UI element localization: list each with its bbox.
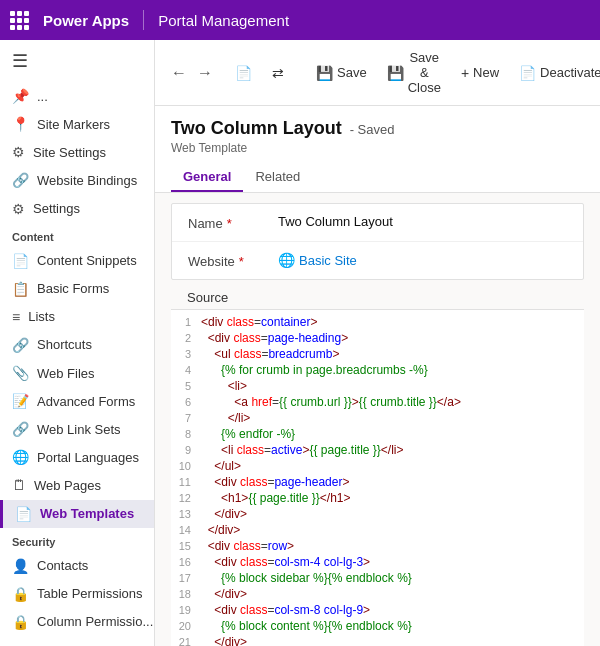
line-content: <div class=col-sm-8 col-lg-9> [201, 603, 584, 617]
tab-related[interactable]: Related [243, 163, 312, 192]
save-label: Save [337, 65, 367, 80]
lists-icon: ≡ [12, 309, 20, 325]
sidebar-item-website-bindings[interactable]: 🔗 Website Bindings [0, 166, 154, 194]
line-number: 18 [171, 587, 201, 600]
code-line: 12 <h1>{{ page.title }}</h1> [171, 490, 584, 506]
save-button[interactable]: 💾 Save [308, 61, 375, 85]
line-content: <a href={{ crumb.url }}>{{ crumb.title }… [201, 395, 584, 409]
save-close-button[interactable]: 💾 Save & Close [379, 46, 449, 99]
line-number: 11 [171, 475, 201, 488]
website-field: Website* 🌐 Basic Site [172, 242, 583, 279]
back-button[interactable]: ← [167, 62, 191, 84]
doc-button[interactable]: 📄 [227, 61, 260, 85]
sidebar-item-table-permissions[interactable]: 🔒 Table Permissions [0, 580, 154, 608]
nav-buttons: ← → [167, 62, 217, 84]
code-line: 10 </ul> [171, 458, 584, 474]
sidebar-item-label: Lists [28, 309, 55, 324]
line-content: <h1>{{ page.title }}</h1> [201, 491, 584, 505]
website-required: * [239, 254, 244, 269]
sidebar-item-label: Web Link Sets [37, 422, 121, 437]
sidebar-item-label: Web Pages [34, 478, 101, 493]
sidebar-item-content-snippets[interactable]: 📄 Content Snippets [0, 247, 154, 275]
sidebar-item-advanced-forms[interactable]: 📝 Advanced Forms [0, 387, 154, 415]
sidebar-item-portal-languages[interactable]: 🌐 Portal Languages [0, 443, 154, 471]
page-title-row: Two Column Layout - Saved [171, 118, 584, 139]
code-line: 11 <div class=page-header> [171, 474, 584, 490]
name-field: Name* Two Column Layout [172, 204, 583, 242]
source-label: Source [171, 280, 584, 309]
website-label: Website* [188, 252, 278, 269]
security-section-label: Security [0, 528, 154, 552]
code-line: 20 {% block content %}{% endblock %} [171, 618, 584, 634]
code-line: 15 <div class=row> [171, 538, 584, 554]
deactivate-label: Deactivate [540, 65, 600, 80]
line-number: 13 [171, 507, 201, 520]
line-content: <li class=active>{{ page.title }}</li> [201, 443, 584, 457]
web-pages-icon: 🗒 [12, 477, 26, 493]
web-templates-icon: 📄 [15, 506, 32, 522]
sidebar-item-settings[interactable]: ⚙ Settings [0, 194, 154, 222]
new-button[interactable]: + New [453, 61, 507, 85]
code-line: 16 <div class=col-sm-4 col-lg-3> [171, 554, 584, 570]
line-number: 16 [171, 555, 201, 568]
code-line: 2 <div class=page-heading> [171, 330, 584, 346]
sidebar-item-web-files[interactable]: 📎 Web Files [0, 359, 154, 387]
content-snippets-icon: 📄 [12, 253, 29, 269]
sidebar-item-stub[interactable]: 📌 ... [0, 82, 154, 110]
topbar: Power Apps Portal Management [0, 0, 600, 40]
module-name: Portal Management [158, 12, 289, 29]
sidebar-item-contacts[interactable]: 👤 Contacts [0, 552, 154, 580]
new-label: New [473, 65, 499, 80]
sidebar-item-web-pages[interactable]: 🗒 Web Pages [0, 471, 154, 499]
sidebar-item-shortcuts[interactable]: 🔗 Shortcuts [0, 331, 154, 359]
save-close-icon: 💾 [387, 65, 404, 81]
line-content: {% block sidebar %}{% endblock %} [201, 571, 584, 585]
contacts-icon: 👤 [12, 558, 29, 574]
code-line: 1<div class=container> [171, 314, 584, 330]
sidebar-item-web-link-sets[interactable]: 🔗 Web Link Sets [0, 415, 154, 443]
sidebar-item-label: Contacts [37, 558, 88, 573]
content-area: ← → 📄 ⇄ 💾 Save 💾 Save & Close + New [155, 40, 600, 646]
arrows-button[interactable]: ⇄ [264, 61, 292, 85]
sidebar-item-basic-forms[interactable]: 📋 Basic Forms [0, 275, 154, 303]
site-markers-icon: 📍 [12, 116, 29, 132]
line-number: 14 [171, 523, 201, 536]
tab-general[interactable]: General [171, 163, 243, 192]
sidebar-item-column-permissions[interactable]: 🔒 Column Permissio... [0, 608, 154, 636]
save-close-label: Save & Close [408, 50, 441, 95]
sidebar-item-lists[interactable]: ≡ Lists [0, 303, 154, 331]
line-number: 8 [171, 427, 201, 440]
hamburger-menu[interactable]: ☰ [0, 40, 154, 82]
line-content: <div class=page-heading> [201, 331, 584, 345]
sidebar: ☰ 📌 ... 📍 Site Markers ⚙ Site Settings 🔗… [0, 40, 155, 646]
name-required: * [227, 216, 232, 231]
sidebar-item-label: Web Templates [40, 506, 134, 521]
deactivate-icon: 📄 [519, 65, 536, 81]
line-number: 3 [171, 347, 201, 360]
code-line: 4 {% for crumb in page.breadcrumbs -%} [171, 362, 584, 378]
line-number: 15 [171, 539, 201, 552]
sidebar-item-site-settings[interactable]: ⚙ Site Settings [0, 138, 154, 166]
column-permissions-icon: 🔒 [12, 614, 29, 630]
code-line: 17 {% block sidebar %}{% endblock %} [171, 570, 584, 586]
sidebar-item-label: Table Permissions [37, 586, 143, 601]
line-content: <div class=page-header> [201, 475, 584, 489]
sidebar-item-label: Site Settings [33, 145, 106, 160]
code-editor[interactable]: 1<div class=container>2 <div class=page-… [171, 309, 584, 646]
forward-button[interactable]: → [193, 62, 217, 84]
sidebar-item-label: Shortcuts [37, 337, 92, 352]
shortcuts-icon: 🔗 [12, 337, 29, 353]
sidebar-item-web-templates[interactable]: 📄 Web Templates [0, 500, 154, 528]
code-line: 5 <li> [171, 378, 584, 394]
grid-icon[interactable] [10, 11, 29, 30]
sidebar-item-site-markers[interactable]: 📍 Site Markers [0, 110, 154, 138]
page-header: Two Column Layout - Saved Web Template G… [155, 106, 600, 193]
table-permissions-icon: 🔒 [12, 586, 29, 602]
website-link[interactable]: 🌐 Basic Site [278, 252, 567, 268]
code-line: 14 </div> [171, 522, 584, 538]
sidebar-item-label: Advanced Forms [37, 394, 135, 409]
deactivate-button[interactable]: 📄 Deactivate [511, 61, 600, 85]
page-tabs: General Related [171, 163, 584, 192]
line-content: <div class=row> [201, 539, 584, 553]
web-link-sets-icon: 🔗 [12, 421, 29, 437]
